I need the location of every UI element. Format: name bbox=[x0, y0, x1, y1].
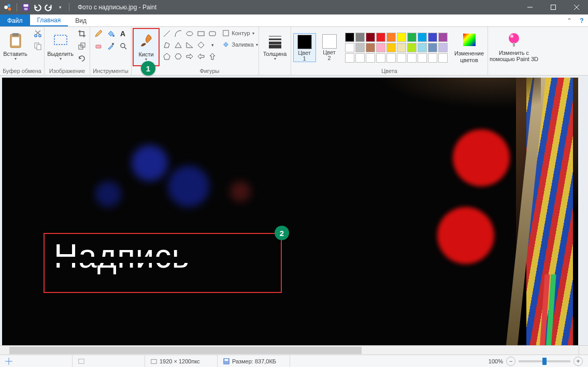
palette-swatch-empty[interactable] bbox=[397, 53, 406, 63]
shape-diamond-icon[interactable] bbox=[195, 39, 207, 51]
palette-swatch[interactable] bbox=[418, 33, 427, 42]
shape-fill-button[interactable]: Заливка▾ bbox=[222, 39, 257, 50]
shape-line-icon[interactable] bbox=[161, 28, 173, 39]
shape-roundrect-icon[interactable] bbox=[207, 28, 218, 39]
copy-icon[interactable] bbox=[32, 40, 44, 52]
palette-swatch-empty[interactable] bbox=[418, 53, 427, 63]
shape-triangle-icon[interactable] bbox=[173, 39, 184, 51]
close-button[interactable] bbox=[565, 0, 588, 14]
qat-dropdown-icon[interactable]: ▾ bbox=[55, 3, 65, 12]
shape-arrow-right-icon[interactable] bbox=[184, 51, 195, 62]
palette-swatch-empty[interactable] bbox=[407, 53, 417, 63]
shape-polygon-icon[interactable] bbox=[161, 39, 173, 51]
paint3d-button[interactable]: Изменить с помощью Paint 3D bbox=[489, 28, 539, 65]
palette-swatch-empty[interactable] bbox=[355, 53, 365, 63]
eyedropper-icon[interactable] bbox=[105, 40, 117, 52]
color2-swatch bbox=[322, 34, 337, 49]
redo-icon[interactable] bbox=[44, 3, 53, 12]
palette-swatch-empty[interactable] bbox=[428, 53, 437, 63]
brushes-button[interactable]: Кисти ▾ bbox=[135, 30, 157, 64]
select-button[interactable]: Выделить ▾ bbox=[47, 28, 74, 65]
palette-swatch[interactable] bbox=[428, 33, 437, 42]
color1-button[interactable]: Цвет 1 bbox=[293, 33, 316, 62]
palette-swatch[interactable] bbox=[386, 33, 396, 42]
color2-button[interactable]: Цвет 2 bbox=[318, 33, 341, 62]
palette-swatch[interactable] bbox=[376, 33, 385, 42]
palette-swatch[interactable] bbox=[438, 43, 448, 52]
group-label: Цвета bbox=[381, 67, 397, 75]
tab-home[interactable]: Главная bbox=[30, 14, 68, 26]
palette-swatch[interactable] bbox=[438, 33, 448, 42]
palette-swatch[interactable] bbox=[355, 33, 365, 42]
palette-swatch-empty[interactable] bbox=[438, 53, 448, 63]
palette-swatch[interactable] bbox=[418, 43, 427, 52]
horizontal-scrollbar[interactable] bbox=[0, 345, 579, 355]
zoom-value: 100% bbox=[489, 358, 503, 364]
edit-colors-button[interactable]: Изменение цветов bbox=[453, 29, 486, 66]
resize-icon[interactable] bbox=[76, 40, 88, 52]
shapes-gallery[interactable]: ▾ bbox=[161, 28, 218, 62]
palette-swatch[interactable] bbox=[397, 43, 406, 52]
app-icon bbox=[3, 3, 12, 12]
shape-arrow-up-icon[interactable] bbox=[207, 51, 218, 62]
palette-swatch[interactable] bbox=[345, 43, 354, 52]
cut-icon[interactable] bbox=[32, 28, 44, 39]
help-icon[interactable]: ? bbox=[576, 14, 588, 26]
group-image: Выделить ▾ Изображение bbox=[45, 27, 90, 75]
palette-swatch[interactable] bbox=[407, 33, 417, 42]
palette-swatch-empty[interactable] bbox=[386, 53, 396, 63]
crop-icon[interactable] bbox=[76, 28, 88, 39]
palette-swatch[interactable] bbox=[376, 43, 385, 52]
paste-button[interactable]: Вставить ▾ bbox=[1, 28, 30, 65]
undo-icon[interactable] bbox=[33, 3, 42, 12]
collapse-ribbon-icon[interactable]: ⌃ bbox=[563, 14, 576, 26]
shape-curve-icon[interactable] bbox=[173, 28, 184, 39]
palette-swatch[interactable] bbox=[345, 33, 354, 42]
shape-pentagon-icon[interactable] bbox=[161, 51, 173, 62]
disk-icon bbox=[223, 358, 230, 365]
save-icon[interactable] bbox=[21, 3, 31, 12]
shape-rect-icon[interactable] bbox=[195, 28, 207, 39]
rotate-icon[interactable] bbox=[76, 53, 88, 64]
group-label: Инструменты bbox=[93, 67, 128, 75]
shape-outline-button[interactable]: Контур▾ bbox=[222, 28, 257, 38]
palette-swatch-empty[interactable] bbox=[366, 53, 375, 63]
group-label: Буфер обмена bbox=[3, 67, 41, 75]
palette-swatch[interactable] bbox=[428, 43, 437, 52]
palette-swatch-empty[interactable] bbox=[345, 53, 354, 63]
zoom-slider[interactable] bbox=[519, 360, 570, 362]
palette-swatch[interactable] bbox=[397, 33, 406, 42]
svg-rect-31 bbox=[209, 32, 216, 36]
palette-swatch[interactable] bbox=[355, 43, 365, 52]
text-icon[interactable]: A bbox=[118, 28, 129, 39]
fill-icon[interactable] bbox=[105, 28, 117, 39]
pencil-icon[interactable] bbox=[93, 28, 104, 39]
shape-oval-icon[interactable] bbox=[184, 28, 195, 39]
tab-view[interactable]: Вид bbox=[68, 14, 94, 26]
palette-swatch[interactable] bbox=[386, 43, 396, 52]
palette-swatch[interactable] bbox=[366, 33, 375, 42]
svg-point-25 bbox=[112, 43, 114, 45]
shape-hexagon-icon[interactable] bbox=[173, 51, 184, 62]
shape-more-icon[interactable]: ▾ bbox=[207, 39, 218, 51]
tab-file[interactable]: Файл bbox=[0, 14, 30, 26]
zoom-in-button[interactable]: + bbox=[573, 357, 583, 366]
zoom-out-button[interactable]: − bbox=[506, 357, 515, 366]
eraser-icon[interactable] bbox=[93, 40, 104, 52]
palette-swatch[interactable] bbox=[366, 43, 375, 52]
magnifier-icon[interactable] bbox=[118, 40, 129, 52]
size-button[interactable]: Толщина ▾ bbox=[261, 28, 290, 65]
image-canvas[interactable]: 2 Надпись bbox=[2, 78, 578, 347]
scrollbar-thumb[interactable] bbox=[9, 347, 362, 354]
svg-line-27 bbox=[124, 47, 126, 49]
zoom-slider-thumb[interactable] bbox=[542, 358, 547, 365]
palette-swatch[interactable] bbox=[407, 43, 417, 52]
palette-swatch-empty[interactable] bbox=[376, 53, 385, 63]
shape-right-triangle-icon[interactable] bbox=[184, 39, 195, 51]
shape-arrow-left-icon[interactable] bbox=[195, 51, 207, 62]
svg-rect-44 bbox=[151, 359, 157, 363]
svg-point-14 bbox=[38, 35, 40, 37]
maximize-button[interactable] bbox=[541, 0, 565, 14]
group-size: Толщина ▾ bbox=[259, 27, 291, 75]
minimize-button[interactable] bbox=[518, 0, 541, 14]
